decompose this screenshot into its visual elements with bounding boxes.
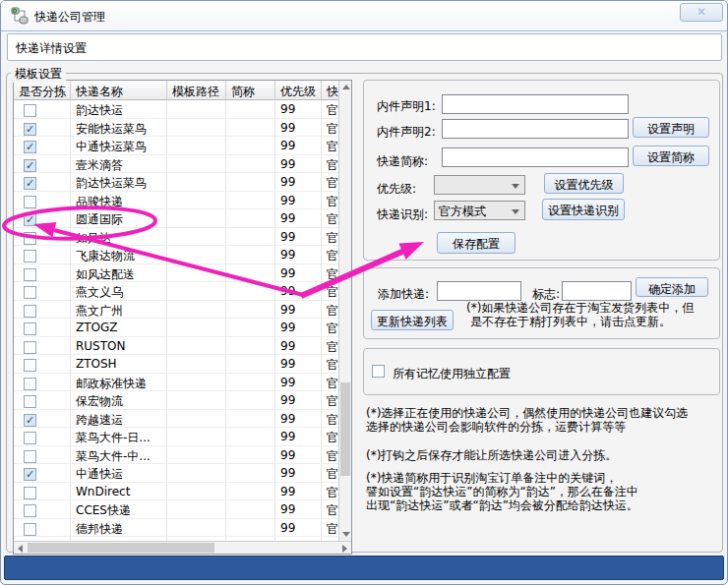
sort-checkbox[interactable] (24, 305, 36, 318)
sort-checkbox[interactable] (24, 432, 36, 444)
set-abbr-button[interactable]: 设置简称 (633, 146, 709, 166)
sort-checkbox[interactable] (24, 286, 36, 299)
table-row[interactable]: 邮政标准快递 99 官方模式 (14, 374, 340, 392)
sort-checkbox[interactable]: ✓ (24, 213, 36, 226)
template-path-cell (167, 119, 226, 138)
sort-checkbox[interactable] (24, 268, 36, 281)
sort-checkbox[interactable] (24, 250, 36, 263)
table-row[interactable]: ZTOGZ 99 官方模式 (14, 319, 340, 337)
table-row[interactable]: 菜鸟大件-日... 99 官方模式 (14, 428, 340, 446)
sort-checkbox[interactable] (24, 523, 36, 536)
priority-cell: 99 (275, 374, 322, 392)
sort-checkbox[interactable] (24, 196, 36, 208)
set-priority-button[interactable]: 设置优先级 (544, 173, 624, 194)
set-recognition-button[interactable]: 设置快递识别 (542, 199, 625, 220)
table-row[interactable]: RUSTON 99 官方模式 (14, 337, 340, 356)
priority-cell: 99 (275, 337, 322, 356)
table-row[interactable]: 韵达快运 99 官方模式 (14, 100, 340, 119)
table-row[interactable]: ✓ 中通快运菜鸟 99 官方模式 (14, 137, 340, 155)
save-config-button[interactable]: 保存配置 (437, 232, 516, 254)
template-path-cell (167, 264, 226, 283)
set-declare-button[interactable]: 设置声明 (633, 117, 709, 138)
sort-checkbox[interactable] (24, 487, 36, 499)
priority-cell: 99 (275, 410, 322, 429)
courier-name-cell: 飞康达物流 (71, 246, 167, 264)
table-row[interactable]: WnDirect 99 官方模式 (14, 483, 340, 501)
close-button[interactable]: ✕ (680, 3, 723, 22)
sort-checkbox[interactable]: ✓ (24, 141, 36, 153)
sort-checkbox[interactable]: ✓ (24, 468, 36, 481)
courier-name-cell: 韵达快运菜鸟 (71, 173, 167, 192)
table-row[interactable]: 燕文广州 99 官方模式 (14, 301, 340, 320)
sort-checkbox[interactable]: ✓ (24, 123, 36, 136)
sort-checkbox[interactable]: ✓ (24, 159, 36, 172)
note-text: 选择的快递公司会影响软件的分拣，运费计算等等 (366, 420, 626, 434)
sort-checkbox[interactable] (24, 322, 36, 335)
groupbox-label: 模板设置 (11, 66, 66, 83)
template-path-cell (167, 282, 226, 301)
abbreviation-cell (226, 519, 275, 538)
scroll-left-icon[interactable] (18, 545, 23, 553)
horizontal-scrollbar[interactable] (14, 541, 351, 554)
note-text: (*)选择正在使用的快递公司，偶然使用的快递公司也建议勾选 (366, 406, 688, 420)
sort-checkbox[interactable] (24, 395, 36, 408)
note-text: 譬如设置“韵达快运”的简称为“韵达”，那么在备注中 (366, 485, 638, 498)
confirm-add-button[interactable]: 确定添加 (636, 277, 708, 297)
subtitle-text: 快递详情设置 (16, 40, 87, 57)
sort-checkbox[interactable] (24, 104, 36, 117)
courier-name-cell: ZTOSH (71, 355, 167, 374)
abbr-input[interactable] (442, 147, 629, 167)
sort-checkbox[interactable]: ✓ (24, 414, 36, 427)
courier-table-body: 韵达快运 99 官方模式 ✓ 安能快运菜鸟 99 官方模式 ✓ 中通快运菜鸟 9… (14, 100, 340, 543)
horizontal-scroll-thumb[interactable] (28, 543, 214, 553)
column-header: 优先级 (275, 81, 322, 99)
priority-dropdown[interactable] (434, 175, 525, 195)
table-row[interactable]: ✓ 安能快运菜鸟 99 官方模式 (14, 119, 340, 138)
template-path-cell (167, 410, 226, 429)
priority-cell: 99 (275, 464, 322, 483)
table-row[interactable]: 如风达 99 官方模式 (14, 228, 340, 247)
priority-cell: 99 (275, 192, 322, 210)
priority-cell: 99 (275, 519, 322, 538)
sort-checkbox[interactable] (24, 341, 36, 354)
scroll-up-icon[interactable] (342, 85, 350, 89)
table-row[interactable]: 品骏快递 99 官方模式 (14, 192, 340, 210)
table-row[interactable]: 保宏物流 99 官方模式 (14, 391, 340, 410)
column-header: 简称 (226, 81, 275, 99)
template-path-cell (167, 519, 226, 538)
table-row[interactable]: ✓ 韵达快运菜鸟 99 官方模式 (14, 173, 340, 192)
add-courier-input[interactable] (437, 281, 521, 301)
independent-config-checkbox[interactable] (372, 365, 385, 378)
table-row[interactable]: ✓ 中通快运 99 官方模式 (14, 464, 340, 483)
table-row[interactable]: ✓ 壹米滴答 99 官方模式 (14, 155, 340, 174)
title-bar: 快递公司管理 ✕ (1, 1, 727, 31)
vertical-scroll-thumb[interactable] (340, 382, 350, 476)
sort-checkbox[interactable] (24, 504, 36, 517)
courier-name-cell: WnDirect (71, 483, 167, 501)
table-row[interactable]: 如风达配送 99 官方模式 (14, 264, 340, 283)
flag-input[interactable] (562, 281, 632, 301)
table-row[interactable]: CCES快递 99 官方模式 (14, 500, 340, 519)
update-courier-list-button[interactable]: 更新快递列表 (371, 310, 454, 330)
table-row[interactable]: 飞康达物流 99 官方模式 (14, 246, 340, 264)
sort-checkbox[interactable]: ✓ (24, 177, 36, 190)
declare1-input[interactable] (442, 94, 629, 114)
vertical-scrollbar[interactable] (338, 81, 351, 541)
recognition-dropdown[interactable]: 官方模式 (434, 201, 525, 220)
declare2-input[interactable] (442, 119, 629, 139)
independent-config-label: 所有记忆使用独立配置 (393, 366, 511, 382)
sort-checkbox[interactable] (24, 232, 36, 245)
scroll-right-icon[interactable] (342, 545, 347, 553)
table-row[interactable]: 燕文义乌 99 官方模式 (14, 282, 340, 301)
courier-name-cell: 圆通国际 (71, 209, 167, 228)
table-row[interactable]: ✓ 圆通国际 99 官方模式 (14, 209, 340, 228)
sort-checkbox[interactable] (24, 450, 36, 463)
priority-cell: 99 (275, 173, 322, 192)
sort-checkbox[interactable] (24, 378, 36, 390)
sort-checkbox[interactable] (24, 359, 36, 372)
table-row[interactable]: ZTOSH 99 官方模式 (14, 355, 340, 374)
scroll-down-icon[interactable] (342, 532, 350, 537)
table-row[interactable]: 德邦快递 99 官方模式 (14, 519, 340, 538)
table-row[interactable]: 菜鸟大件-中... 99 官方模式 (14, 446, 340, 465)
table-row[interactable]: ✓ 跨越速运 99 官方模式 (14, 410, 340, 429)
